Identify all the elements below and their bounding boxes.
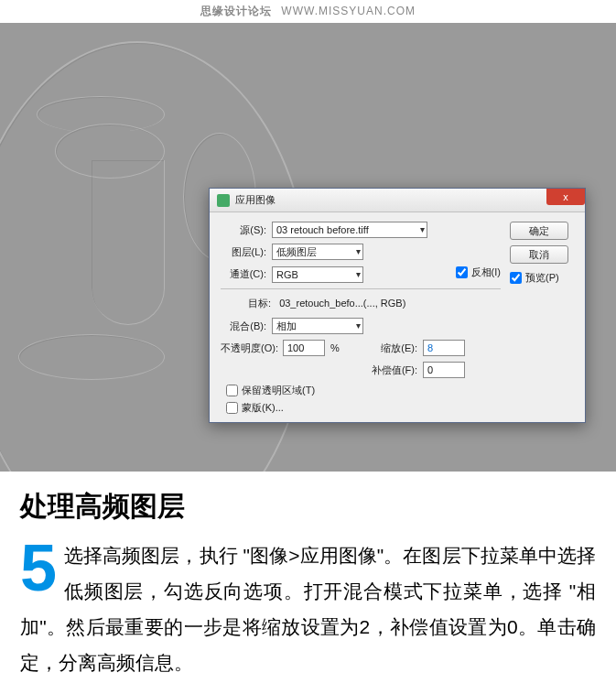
close-button[interactable]: x bbox=[546, 189, 585, 205]
mask-checkbox[interactable] bbox=[226, 402, 238, 414]
article-body: 选择高频图层，执行 "图像>应用图像"。在图层下拉菜单中选择低频图层，勾选反向选… bbox=[20, 538, 596, 680]
screenshot-area: 应用图像 x 源(S): 03 retouch before.tiff 图层(L… bbox=[0, 23, 616, 472]
dialog-fields: 源(S): 03 retouch before.tiff 图层(L): 低频图层… bbox=[221, 222, 501, 418]
layer-label: 图层(L): bbox=[221, 245, 272, 259]
offset-row: 补偿值(F): 0 bbox=[361, 362, 501, 378]
opacity-label: 不透明度(O): bbox=[221, 342, 283, 355]
opacity-unit: % bbox=[330, 342, 340, 353]
blend-row: 混合(B): 相加 bbox=[221, 318, 501, 334]
offset-label: 补偿值(F): bbox=[361, 363, 423, 377]
source-row: 源(S): 03 retouch before.tiff bbox=[221, 222, 501, 238]
offset-spacer bbox=[221, 362, 361, 378]
scale-label: 缩放(E): bbox=[361, 342, 423, 355]
opacity-row: 不透明度(O): 100 % bbox=[221, 340, 361, 356]
preview-checkbox[interactable] bbox=[510, 272, 522, 284]
layer-row: 图层(L): 低频图层 bbox=[221, 244, 501, 260]
dialog-icon bbox=[217, 194, 230, 207]
blend-combo[interactable]: 相加 bbox=[272, 318, 363, 334]
channel-label: 通道(C): bbox=[221, 267, 272, 281]
dialog-body: 源(S): 03 retouch before.tiff 图层(L): 低频图层… bbox=[210, 212, 585, 422]
dialog-buttons: 确定 取消 预览(P) bbox=[501, 222, 574, 418]
mask-row: 蒙版(K)... bbox=[221, 401, 501, 415]
source-label: 源(S): bbox=[221, 223, 272, 237]
source-combo[interactable]: 03 retouch before.tiff bbox=[272, 222, 427, 238]
article: 处理高频图层 5 选择高频图层，执行 "图像>应用图像"。在图层下拉菜单中选择低… bbox=[0, 472, 616, 694]
invert-checkbox[interactable] bbox=[456, 266, 468, 278]
preview-row: 预览(P) bbox=[510, 271, 574, 285]
preserve-trans-row: 保留透明区域(T) bbox=[221, 384, 501, 397]
ok-button[interactable]: 确定 bbox=[510, 222, 568, 240]
cancel-button[interactable]: 取消 bbox=[510, 245, 568, 264]
article-heading: 处理高频图层 bbox=[20, 488, 596, 526]
emboss-nose bbox=[92, 160, 165, 325]
blend-label: 混合(B): bbox=[221, 320, 272, 333]
divider-1 bbox=[221, 288, 501, 289]
watermark-site: 思缘设计论坛 bbox=[200, 5, 272, 17]
watermark-url: WWW.MISSYUAN.COM bbox=[281, 5, 416, 17]
channel-combo[interactable]: RGB bbox=[272, 266, 363, 283]
dialog-titlebar[interactable]: 应用图像 x bbox=[210, 189, 585, 212]
watermark: 思缘设计论坛 WWW.MISSYUAN.COM bbox=[0, 0, 616, 23]
lower-grid: 不透明度(O): 100 % 缩放(E): 8 补偿值(F): 0 bbox=[221, 340, 501, 384]
channel-row: 通道(C): RGB 反相(I) bbox=[221, 266, 501, 283]
scale-input[interactable]: 8 bbox=[423, 340, 465, 356]
preserve-transparency-checkbox[interactable] bbox=[226, 385, 238, 396]
offset-input[interactable]: 0 bbox=[423, 362, 465, 378]
target-value: 03_retouch_befo...(..., RGB) bbox=[279, 298, 405, 309]
preview-label: 预览(P) bbox=[525, 271, 559, 285]
emboss-lips bbox=[18, 334, 165, 380]
target-row: 目标: 03_retouch_befo...(..., RGB) bbox=[221, 297, 501, 310]
invert-label: 反相(I) bbox=[471, 266, 501, 279]
dialog-title: 应用图像 bbox=[235, 193, 276, 207]
mask-label: 蒙版(K)... bbox=[242, 401, 284, 415]
step-wrap: 5 选择高频图层，执行 "图像>应用图像"。在图层下拉菜单中选择低频图层，勾选反… bbox=[20, 538, 596, 680]
scale-row: 缩放(E): 8 bbox=[361, 340, 501, 356]
invert-checkbox-row: 反相(I) bbox=[456, 266, 501, 279]
opacity-input[interactable]: 100 bbox=[283, 340, 325, 356]
layer-combo[interactable]: 低频图层 bbox=[272, 244, 363, 260]
target-label: 目标: bbox=[248, 298, 271, 309]
step-number: 5 bbox=[20, 538, 57, 598]
apply-image-dialog: 应用图像 x 源(S): 03 retouch before.tiff 图层(L… bbox=[209, 188, 586, 423]
preserve-transparency-label: 保留透明区域(T) bbox=[242, 384, 315, 397]
